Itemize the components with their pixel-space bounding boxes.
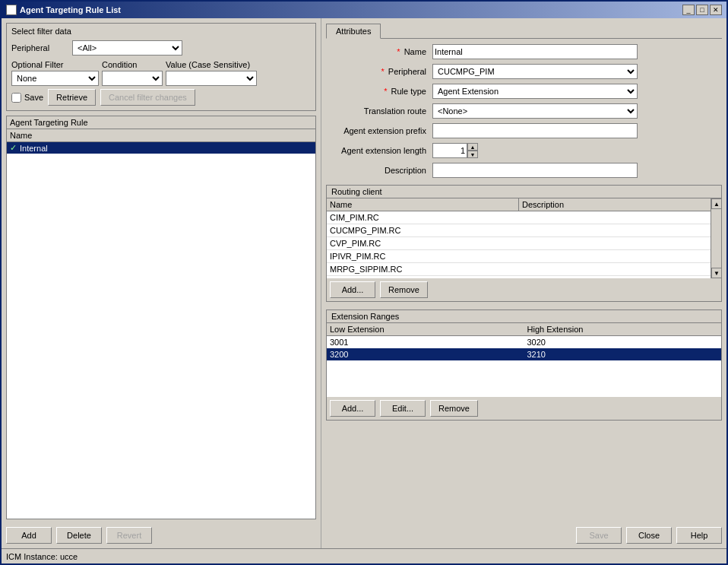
window-title: Agent Targeting Rule List: [20, 5, 121, 14]
name-input-container: [432, 44, 722, 59]
agent-ext-prefix-row: Agent extension prefix: [326, 122, 722, 139]
rc-desc-cell: [519, 224, 711, 236]
description-input: [432, 163, 722, 178]
status-text: ICM Instance: ucce: [6, 552, 78, 561]
attributes-tab[interactable]: Attributes: [326, 24, 381, 39]
translation-route-label: Translation route: [326, 106, 432, 116]
list-body: ✓ Internal: [7, 142, 315, 519]
tab-strip: Attributes: [326, 23, 722, 39]
rule-type-row: * Rule type Agent Extension: [326, 83, 722, 100]
add-button[interactable]: Add: [6, 527, 52, 544]
bottom-left-buttons: Add Delete Revert: [6, 524, 316, 544]
routing-client-list: CIM_PIM.RC CUCMPG_PIM.RC CVP_PIM.RC: [327, 211, 711, 278]
extension-ranges-title: Extension Ranges: [327, 310, 721, 323]
agent-ext-prefix-field[interactable]: [432, 123, 638, 138]
save-button[interactable]: Save: [576, 527, 622, 544]
agent-ext-prefix-input: [432, 123, 722, 138]
close-button[interactable]: Close: [626, 527, 672, 544]
check-icon: ✓: [10, 143, 17, 153]
rc-header: Name Description: [327, 198, 711, 211]
cancel-filter-changes-button[interactable]: Cancel filter changes: [100, 89, 195, 106]
list-item-label: Internal: [20, 144, 48, 153]
save-checkbox-label[interactable]: Save: [11, 93, 43, 103]
rc-name-cell: CVP_PIM.RC: [327, 237, 519, 249]
rc-name-header: Name: [327, 198, 519, 211]
ext-remove-button[interactable]: Remove: [430, 400, 478, 417]
list-item[interactable]: 3200 3210: [327, 348, 721, 360]
translation-route-select[interactable]: <None>: [432, 103, 638, 119]
ext-low-cell: 3001: [327, 336, 524, 348]
rc-scrollbar: ▲ ▼: [711, 198, 721, 278]
rule-type-label: * Rule type: [326, 87, 432, 96]
peripheral-row: Peripheral <All>: [11, 40, 311, 56]
rc-remove-button[interactable]: Remove: [380, 281, 428, 298]
routing-client-table-area: Name Description CIM_PIM.RC CU: [327, 198, 711, 278]
ext-table-area: Low Extension High Extension 3001 3020: [327, 323, 721, 397]
rc-add-button[interactable]: Add...: [330, 281, 375, 298]
rc-name-cell: CIM_PIM.RC: [327, 211, 519, 224]
left-panel: Select filter data Peripheral <All> Opti…: [2, 18, 321, 548]
ext-low-header: Low Extension: [327, 323, 524, 335]
retrieve-button[interactable]: Retrieve: [48, 89, 96, 106]
routing-client-buttons: Add... Remove: [327, 278, 721, 301]
list-item[interactable]: CUCMPG_PIM.RC: [327, 224, 711, 237]
rc-scroll-down[interactable]: ▼: [711, 268, 722, 278]
extension-ranges-box: Extension Ranges Low Extension High Exte…: [326, 309, 722, 421]
rc-desc-header: Description: [519, 198, 711, 211]
agent-ext-length-row: Agent extension length ▲ ▼: [326, 142, 722, 159]
minimize-button[interactable]: _: [682, 5, 695, 15]
translation-route-row: Translation route <None>: [326, 103, 722, 119]
rule-type-select[interactable]: Agent Extension: [432, 84, 638, 99]
maximize-button[interactable]: □: [696, 5, 708, 15]
agent-ext-length-field[interactable]: [432, 143, 467, 158]
close-button[interactable]: ✕: [710, 5, 722, 15]
delete-button[interactable]: Delete: [56, 527, 102, 544]
attributes-form: * Name * Peripheral: [326, 43, 722, 522]
rc-desc-cell: [519, 237, 711, 249]
filter-section-title: Select filter data: [11, 27, 311, 36]
name-row: * Name: [326, 43, 722, 60]
rc-name-cell: IPIVR_PIM.RC: [327, 250, 519, 262]
ext-high-cell: 3020: [524, 336, 722, 348]
revert-button[interactable]: Revert: [106, 527, 152, 544]
agent-ext-prefix-label: Agent extension prefix: [326, 126, 432, 135]
description-row: Description: [326, 162, 722, 179]
list-item[interactable]: ✓ Internal: [7, 142, 315, 154]
spinbox-down-button[interactable]: ▼: [467, 151, 478, 158]
rule-type-input: Agent Extension: [432, 84, 722, 99]
peripheral-label: Peripheral: [11, 43, 72, 52]
ext-edit-button[interactable]: Edit...: [380, 400, 426, 417]
title-buttons: _ □ ✕: [682, 5, 722, 15]
ext-add-button[interactable]: Add...: [330, 400, 375, 417]
agent-ext-length-spinbox: ▲ ▼: [432, 143, 478, 158]
optional-filter-col: Optional Filter None: [11, 60, 99, 86]
content-area: Select filter data Peripheral <All> Opti…: [2, 18, 726, 548]
name-col-header: Name: [10, 131, 32, 140]
peripheral-attr-select[interactable]: CUCMPG_PIM: [432, 64, 638, 79]
rc-scroll-up[interactable]: ▲: [711, 198, 722, 209]
list-item[interactable]: CIM_PIM.RC: [327, 211, 711, 224]
peripheral-attr-label: * Peripheral: [326, 67, 432, 76]
list-item[interactable]: IPIVR_PIM.RC: [327, 250, 711, 263]
rc-desc-cell: [519, 211, 711, 224]
name-required-star: *: [397, 47, 400, 56]
rc-desc-cell: [519, 263, 711, 275]
name-input[interactable]: [432, 44, 638, 59]
list-item[interactable]: 3001 3020: [327, 336, 721, 348]
list-item[interactable]: CVP_PIM.RC: [327, 237, 711, 250]
help-button[interactable]: Help: [676, 527, 722, 544]
peripheral-select[interactable]: <All>: [72, 40, 182, 56]
list-header: Name: [7, 129, 315, 142]
value-label: Value (Case Sensitive): [166, 60, 257, 69]
list-item[interactable]: MRPG_SIPPIM.RC: [327, 263, 711, 276]
save-checkbox[interactable]: [11, 93, 21, 103]
bottom-right-buttons: Save Close Help: [326, 522, 722, 544]
description-field[interactable]: [432, 163, 638, 178]
condition-select[interactable]: [102, 71, 163, 86]
title-bar-left: Agent Targeting Rule List: [6, 5, 121, 15]
spinbox-up-button[interactable]: ▲: [467, 143, 478, 151]
rc-desc-cell: [519, 250, 711, 262]
value-select[interactable]: [166, 71, 257, 86]
optional-filter-select[interactable]: None: [11, 71, 99, 86]
routing-client-content: Name Description CIM_PIM.RC CU: [327, 198, 721, 278]
